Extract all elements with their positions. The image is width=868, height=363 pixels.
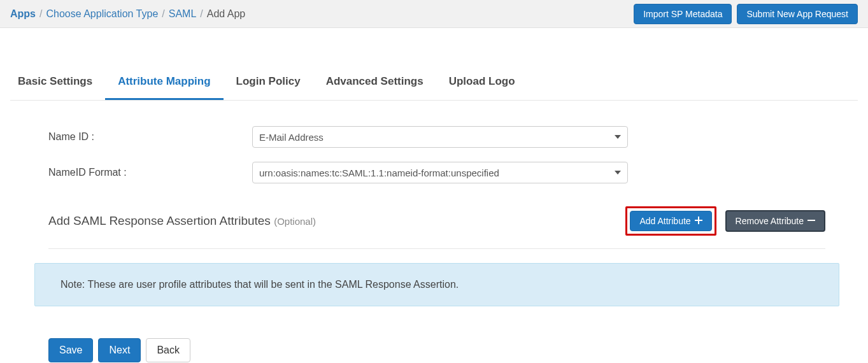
add-attribute-highlight: Add Attribute [625,206,716,236]
submit-new-app-request-button[interactable]: Submit New App Request [737,4,858,24]
section-actions: Add Attribute Remove Attribute [625,206,825,236]
remove-attribute-button[interactable]: Remove Attribute [725,210,825,232]
note-box: Note: These are user profile attributes … [34,263,839,306]
minus-icon [808,217,815,225]
plus-icon [695,217,702,225]
remove-attribute-label: Remove Attribute [736,217,804,225]
add-attribute-button[interactable]: Add Attribute [630,211,711,231]
note-text: These are user profile attributes that w… [85,279,459,290]
add-attribute-label: Add Attribute [639,217,690,225]
breadcrumb-current: Add App [207,8,246,20]
form-area: Name ID : E-Mail Address NameID Format :… [10,101,851,362]
note-prefix: Note: [60,279,85,290]
nameid-format-row: NameID Format : urn:oasis:names:tc:SAML:… [48,162,825,183]
name-id-label: Name ID : [48,131,252,143]
breadcrumb: Apps / Choose Application Type / SAML / … [10,8,245,20]
section-title: Add SAML Response Assertion Attributes (… [48,214,316,228]
breadcrumb-sep: / [162,8,164,20]
breadcrumb-sep: / [200,8,203,20]
breadcrumb-link-saml[interactable]: SAML [169,8,197,20]
tab-attribute-mapping[interactable]: Attribute Mapping [105,66,223,100]
header-buttons: Import SP Metadata Submit New App Reques… [634,4,858,24]
import-sp-metadata-button[interactable]: Import SP Metadata [634,4,732,24]
tab-advanced-settings[interactable]: Advanced Settings [313,66,436,100]
content-area: Basic Settings Attribute Mapping Login P… [0,66,868,362]
tab-basic-settings[interactable]: Basic Settings [10,66,105,100]
breadcrumb-link-apps[interactable]: Apps [10,8,36,20]
back-button[interactable]: Back [146,338,190,362]
svg-rect-0 [808,220,815,221]
nameid-format-label: NameID Format : [48,167,252,178]
breadcrumb-link-choose-application-type[interactable]: Choose Application Type [46,8,158,20]
tabs: Basic Settings Attribute Mapping Login P… [10,66,858,101]
tab-upload-logo[interactable]: Upload Logo [436,66,528,100]
nameid-format-select[interactable]: urn:oasis:names:tc:SAML:1.1:nameid-forma… [252,162,628,183]
name-id-select[interactable]: E-Mail Address [252,126,628,148]
footer-buttons: Save Next Back [48,338,825,362]
top-bar: Apps / Choose Application Type / SAML / … [0,0,868,28]
section-optional-hint: (Optional) [274,216,316,227]
breadcrumb-sep: / [39,8,42,20]
save-button[interactable]: Save [48,338,93,362]
tab-login-policy[interactable]: Login Policy [224,66,313,100]
name-id-row: Name ID : E-Mail Address [48,126,825,148]
next-button[interactable]: Next [98,338,141,362]
assertion-attributes-section: Add SAML Response Assertion Attributes (… [48,206,825,249]
